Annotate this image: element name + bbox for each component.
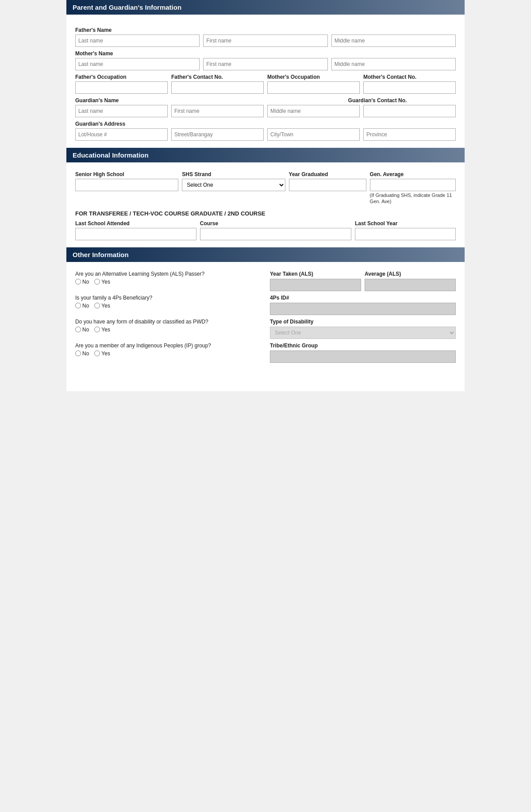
fourps-id-label: 4Ps ID# [270, 295, 456, 301]
fathers-occupation-col: Father's Occupation [75, 74, 168, 94]
ip-yes-label[interactable]: Yes [94, 350, 110, 357]
fathers-middle-name-col [331, 35, 456, 47]
street-barangay-input[interactable] [171, 128, 264, 141]
fathers-last-name-col [75, 35, 200, 47]
transferee-heading: FOR TRANSFEREE / TECH-VOC COURSE GRADUAT… [75, 210, 456, 217]
pwd-yes-radio[interactable] [94, 327, 100, 332]
als-no-label[interactable]: No [75, 279, 89, 285]
gen-avg-col: Gen. Average (If Graduating SHS, indicat… [370, 171, 456, 205]
guardian-last-name-input[interactable] [75, 105, 168, 117]
pwd-row: Do you have any form of disability or cl… [75, 319, 456, 339]
course-col: Course [200, 220, 351, 240]
occupation-labels-row: Father's Occupation Father's Contact No.… [75, 74, 456, 94]
parent-guardian-title: Parent and Guardian's Information [73, 4, 181, 11]
fathers-occupation-input[interactable] [75, 81, 168, 94]
als-year-col: Year Taken (ALS) [270, 271, 361, 291]
ip-yes-radio[interactable] [94, 350, 100, 356]
tribe-label: Tribe/Ethnic Group [270, 343, 456, 349]
als-yes-text: Yes [101, 279, 110, 285]
province-col [363, 128, 456, 141]
disability-type-col: Type of Disability Select One Visual Imp… [270, 319, 456, 339]
lot-house-input[interactable] [75, 128, 168, 141]
pwd-yes-text: Yes [101, 327, 110, 333]
educational-section: Educational Information Senior High Scho… [66, 148, 465, 247]
pwd-no-radio[interactable] [75, 327, 81, 332]
last-school-year-label: Last School Year [355, 220, 456, 227]
pwd-yes-label[interactable]: Yes [94, 327, 110, 333]
ip-question-col: Are you a member of any Indigenous Peopl… [75, 343, 270, 363]
guardian-first-col [171, 105, 264, 117]
fourps-id-input[interactable] [270, 303, 456, 315]
gen-avg-input[interactable] [370, 179, 456, 191]
fathers-first-name-input[interactable] [203, 35, 327, 47]
fathers-last-name-input[interactable] [75, 35, 200, 47]
mothers-occupation-input[interactable] [267, 81, 360, 94]
ip-question-label: Are you a member of any Indigenous Peopl… [75, 343, 261, 349]
strand-col: SHS Strand Select One ABM HUMSS STEM GAS… [182, 171, 285, 191]
guardian-contact-col [363, 105, 456, 117]
fourps-no-radio[interactable] [75, 303, 81, 308]
als-question-col: Are you an Alternative Learning System (… [75, 271, 270, 291]
mothers-contact-label: Mother's Contact No. [363, 74, 456, 80]
als-avg-input[interactable] [365, 279, 456, 291]
guardian-middle-col [267, 105, 360, 117]
year-grad-col: Year Graduated [289, 171, 366, 191]
fathers-contact-input[interactable] [171, 81, 264, 94]
mothers-middle-name-col [331, 58, 456, 70]
year-grad-label: Year Graduated [289, 171, 366, 177]
guardian-middle-name-input[interactable] [267, 105, 360, 117]
als-avg-label: Average (ALS) [365, 271, 456, 277]
mothers-occupation-label: Mother's Occupation [267, 74, 360, 80]
mothers-contact-col: Mother's Contact No. [363, 74, 456, 94]
als-year-label: Year Taken (ALS) [270, 271, 361, 277]
shs-label: Senior High School [75, 171, 178, 177]
guardian-inputs-row [75, 105, 456, 117]
mothers-last-name-input[interactable] [75, 58, 200, 70]
guardian-contact-input[interactable] [363, 105, 456, 117]
guardian-labels-container: Guardian's Name Guardian's Contact No. [75, 97, 456, 105]
mothers-contact-input[interactable] [363, 81, 456, 94]
fourps-question-col: Is your family a 4Ps Beneficiary? No Yes [75, 295, 270, 315]
parent-guardian-header: Parent and Guardian's Information [66, 0, 465, 15]
year-grad-input[interactable] [289, 179, 366, 191]
fourps-yes-radio[interactable] [94, 303, 100, 308]
strand-select[interactable]: Select One ABM HUMSS STEM GAS TVL Arts a… [182, 179, 285, 191]
last-school-input[interactable] [75, 228, 196, 240]
edu-labels-row: Senior High School SHS Strand Select One… [75, 171, 456, 205]
shs-col: Senior High School [75, 171, 178, 191]
educational-header: Educational Information [66, 148, 465, 162]
shs-input[interactable] [75, 179, 178, 191]
fathers-name-row [75, 35, 456, 47]
fathers-middle-name-input[interactable] [331, 35, 456, 47]
als-yes-radio[interactable] [94, 279, 100, 285]
mothers-first-name-input[interactable] [203, 58, 327, 70]
address-row [75, 128, 456, 141]
ip-no-label[interactable]: No [75, 350, 89, 357]
course-input[interactable] [200, 228, 351, 240]
last-school-year-input[interactable] [355, 228, 456, 240]
pwd-no-label[interactable]: No [75, 327, 89, 333]
ip-no-text: No [82, 350, 89, 357]
fourps-no-text: No [82, 303, 89, 309]
ip-row: Are you a member of any Indigenous Peopl… [75, 343, 456, 363]
other-info-body: Are you an Alternative Learning System (… [66, 268, 465, 373]
als-no-radio[interactable] [75, 279, 81, 285]
fathers-contact-col: Father's Contact No. [171, 74, 264, 94]
tribe-input[interactable] [270, 350, 456, 363]
fourps-no-label[interactable]: No [75, 303, 89, 309]
city-town-input[interactable] [267, 128, 360, 141]
mothers-middle-name-input[interactable] [331, 58, 456, 70]
gen-avg-note: (If Graduating SHS, indicate Grade 11 Ge… [370, 192, 456, 205]
province-input[interactable] [363, 128, 456, 141]
fourps-radio-group: No Yes [75, 303, 261, 309]
disability-type-select[interactable]: Select One Visual Impairment Hearing Imp… [270, 327, 456, 339]
als-yes-label[interactable]: Yes [94, 279, 110, 285]
als-year-input[interactable] [270, 279, 361, 291]
fourps-yes-label[interactable]: Yes [94, 303, 110, 309]
guardians-name-label: Guardian's Name [75, 97, 345, 104]
mothers-first-name-col [203, 58, 327, 70]
guardians-address-label: Guardian's Address [75, 121, 456, 127]
street-barangay-col [171, 128, 264, 141]
guardian-first-name-input[interactable] [171, 105, 264, 117]
ip-no-radio[interactable] [75, 350, 81, 356]
